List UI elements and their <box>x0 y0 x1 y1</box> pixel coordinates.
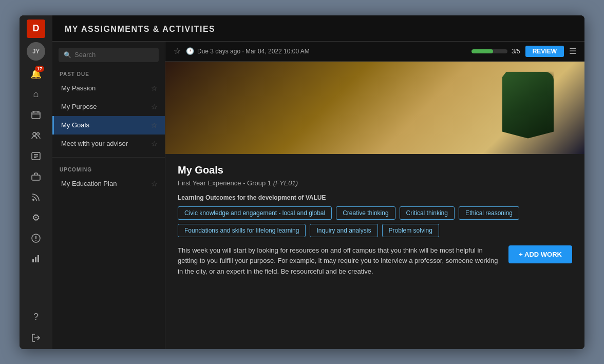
analytics-nav-icon[interactable] <box>27 250 45 268</box>
star-icon[interactable]: ☆ <box>151 180 158 188</box>
svg-rect-10 <box>32 175 40 180</box>
svg-rect-15 <box>32 259 34 262</box>
due-info: 🕐 Due 3 days ago · Mar 04, 2022 10:00 AM <box>186 47 310 55</box>
search-box: 🔍 ⚏ <box>52 42 165 66</box>
menu-dots-icon[interactable]: ☰ <box>569 46 576 56</box>
progress-wrap: 3/5 <box>471 48 520 55</box>
tag-foundations: Foundations and skills for lifelong lear… <box>178 224 306 237</box>
main-area: MY ASSIGNMENTS & ACTIVITIES 🔍 ⚏ PAST DUE… <box>52 15 584 349</box>
user-avatar[interactable]: JY <box>27 42 45 61</box>
subtitle-text: First Year Experience - Group 1 <box>178 179 271 187</box>
progress-fill <box>471 49 493 53</box>
sidebar-item-my-passion[interactable]: My Passion ☆ <box>52 79 165 98</box>
description-text: This week you will start by looking for … <box>178 245 500 277</box>
tag-ethical: Ethical reasoning <box>459 206 519 220</box>
hero-image <box>165 62 584 154</box>
page-title: MY ASSIGNMENTS & ACTIVITIES <box>65 25 215 33</box>
tag-creative: Creative thinking <box>336 206 395 220</box>
review-button[interactable]: REVIEW <box>525 46 564 57</box>
bell-nav-icon[interactable]: 🔔 17 <box>27 65 45 83</box>
tag-civic: Civic knowledge and engagement - local a… <box>178 206 332 220</box>
due-text: Due 3 days ago · Mar 04, 2022 10:00 AM <box>197 48 310 55</box>
search-input-wrap: 🔍 ⚏ <box>59 48 159 62</box>
tag-problem: Problem solving <box>382 224 439 237</box>
progress-bar <box>471 49 507 53</box>
subtitle-italic: (FYE01) <box>273 179 298 187</box>
svg-point-4 <box>33 132 36 136</box>
sidebar-item-label: My Education Plan <box>61 180 117 187</box>
content-row: 🔍 ⚏ PAST DUE My Passion ☆ My Purpose ☆ M… <box>52 42 584 349</box>
briefcase-nav-icon[interactable] <box>27 167 45 186</box>
app-logo[interactable]: D <box>27 20 45 38</box>
add-work-button[interactable]: + ADD WORK <box>508 245 572 263</box>
sidebar-item-meet-advisor[interactable]: Meet with your advisor ☆ <box>52 135 165 153</box>
outcomes-label: Learning Outcomes for the development of… <box>178 194 572 201</box>
sidebar-divider <box>52 157 165 158</box>
sidebar-item-my-education-plan[interactable]: My Education Plan ☆ <box>52 175 165 193</box>
list-nav-icon[interactable] <box>27 147 45 165</box>
sidebar-item-my-goals[interactable]: My Goals ☆ <box>52 116 165 135</box>
assignment-subtitle: First Year Experience - Group 1 (FYE01) <box>178 179 572 187</box>
detail-header-bar: ☆ 🕐 Due 3 days ago · Mar 04, 2022 10:00 … <box>165 42 584 62</box>
people-nav-icon[interactable] <box>27 126 45 145</box>
svg-rect-17 <box>37 255 39 262</box>
alert-nav-icon[interactable] <box>27 229 45 247</box>
tag-critical: Critical thinking <box>400 206 455 220</box>
rss-nav-icon[interactable] <box>27 188 45 206</box>
assignment-title: My Goals <box>178 164 572 176</box>
sidebar-item-label: My Passion <box>61 84 96 92</box>
section-label-upcoming: UPCOMING <box>52 162 165 175</box>
star-icon[interactable]: ☆ <box>151 103 158 111</box>
svg-rect-0 <box>32 112 40 119</box>
sidebar-item-label: Meet with your advisor <box>61 140 128 147</box>
tag-inquiry: Inquiry and analysis <box>310 224 378 237</box>
sidebar-item-my-purpose[interactable]: My Purpose ☆ <box>52 98 165 116</box>
star-icon[interactable]: ☆ <box>151 84 158 92</box>
sidebar-item-label: My Purpose <box>61 103 97 110</box>
detail-star-button[interactable]: ☆ <box>174 46 181 56</box>
sidebar-item-label: My Goals <box>61 121 89 129</box>
page-header: MY ASSIGNMENTS & ACTIVITIES <box>52 15 584 42</box>
notification-badge: 17 <box>35 66 44 72</box>
svg-point-11 <box>32 199 34 201</box>
home-nav-icon[interactable]: ⌂ <box>27 85 45 104</box>
clock-icon: 🕐 <box>186 47 194 55</box>
tags-wrap: Civic knowledge and engagement - local a… <box>178 206 572 237</box>
left-nav: D JY 🔔 17 ⌂ ⚙ ? <box>20 15 52 349</box>
section-label-past-due: PAST DUE <box>52 66 165 79</box>
description-wrap: This week you will start by looking for … <box>178 245 572 277</box>
search-input[interactable] <box>74 51 161 59</box>
detail-panel: ☆ 🕐 Due 3 days ago · Mar 04, 2022 10:00 … <box>165 42 584 349</box>
search-icon: 🔍 <box>64 51 71 59</box>
svg-point-14 <box>35 240 36 241</box>
star-icon[interactable]: ☆ <box>151 121 158 129</box>
app-frame: D JY 🔔 17 ⌂ ⚙ ? <box>20 15 584 349</box>
progress-label: 3/5 <box>512 48 520 55</box>
logout-nav-icon[interactable] <box>27 329 45 347</box>
settings-nav-icon[interactable]: ⚙ <box>27 208 45 227</box>
sidebar: 🔍 ⚏ PAST DUE My Passion ☆ My Purpose ☆ M… <box>52 42 165 349</box>
svg-point-5 <box>37 132 40 135</box>
detail-content: My Goals First Year Experience - Group 1… <box>165 154 584 349</box>
star-icon[interactable]: ☆ <box>151 140 158 148</box>
help-nav-icon[interactable]: ? <box>27 308 45 327</box>
svg-rect-16 <box>35 257 36 262</box>
calendar-nav-icon[interactable] <box>27 106 45 124</box>
